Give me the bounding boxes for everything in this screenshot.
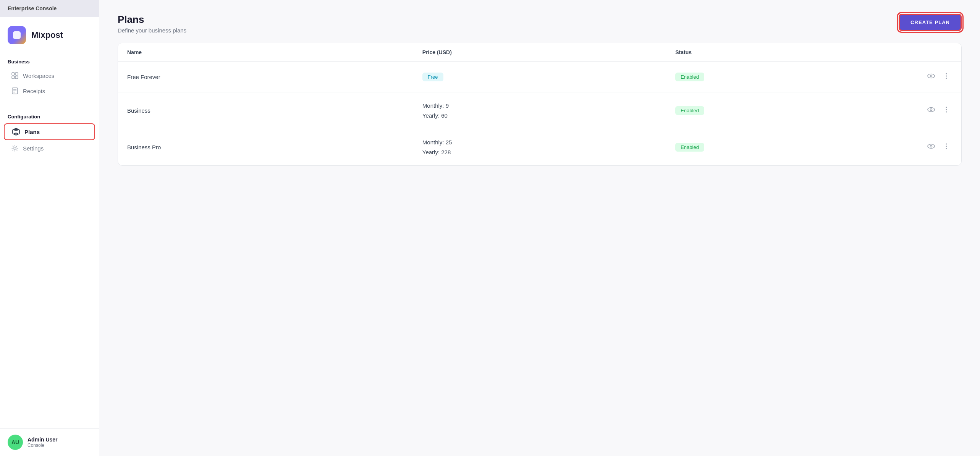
svg-rect-1: [12, 73, 15, 75]
status-badge: Enabled: [675, 143, 704, 152]
view-icon[interactable]: [925, 70, 937, 84]
table-row: Free Forever Free Enabled: [118, 62, 961, 92]
plan-price-business-pro: Monthly: 25Yearly: 228: [413, 129, 666, 166]
sidebar-item-workspaces-label: Workspaces: [23, 73, 54, 79]
sidebar-item-settings[interactable]: Settings: [4, 141, 95, 155]
sidebar-footer: AU Admin User Console: [0, 428, 99, 456]
receipts-icon: [11, 87, 18, 94]
svg-point-27: [946, 148, 947, 149]
plan-price-free-forever: Free: [413, 62, 666, 92]
table-header-row: Name Price (USD) Status: [118, 43, 961, 62]
sidebar-item-receipts[interactable]: Receipts: [4, 84, 95, 98]
plans-icon: [12, 128, 20, 136]
page-header: Plans Define your business plans CREATE …: [99, 0, 980, 43]
user-avatar: AU: [8, 435, 23, 450]
plan-price-business: Monthly: 9Yearly: 60: [413, 92, 666, 129]
user-role: Console: [27, 443, 58, 448]
section-label-configuration: Configuration: [0, 107, 99, 123]
view-icon[interactable]: [925, 141, 937, 154]
svg-point-15: [946, 73, 947, 74]
plan-name-business-pro: Business Pro: [118, 129, 413, 166]
plan-status-free-forever: Enabled: [666, 62, 835, 92]
price-text-business-pro: Monthly: 25Yearly: 228: [422, 137, 657, 157]
sidebar-section-configuration: Configuration Plans Settings: [0, 107, 99, 156]
sidebar-item-workspaces[interactable]: Workspaces: [4, 68, 95, 83]
svg-point-23: [928, 144, 935, 149]
col-header-status: Status: [666, 43, 835, 62]
plan-name-free-forever: Free Forever: [118, 62, 413, 92]
more-options-icon[interactable]: [941, 141, 952, 154]
plans-table: Name Price (USD) Status Free Forever Fre…: [118, 43, 961, 165]
settings-icon: [11, 145, 18, 152]
svg-rect-3: [12, 76, 15, 79]
view-icon[interactable]: [925, 104, 937, 117]
svg-point-16: [946, 76, 947, 77]
action-buttons: [844, 141, 952, 154]
plan-actions-business: [835, 92, 961, 129]
svg-point-26: [946, 146, 947, 147]
col-header-actions: [835, 43, 961, 62]
svg-rect-4: [15, 76, 18, 79]
plan-name-business: Business: [118, 92, 413, 129]
price-badge-free: Free: [422, 73, 443, 81]
sidebar-item-plans[interactable]: Plans: [4, 123, 95, 140]
page-subtitle: Define your business plans: [118, 27, 186, 34]
more-options-icon[interactable]: [941, 70, 952, 84]
price-text-business: Monthly: 9Yearly: 60: [422, 101, 657, 120]
sidebar-divider: [8, 103, 91, 103]
svg-point-18: [928, 108, 935, 112]
page-title: Plans: [118, 14, 186, 26]
user-name: Admin User: [27, 437, 58, 443]
plan-status-business-pro: Enabled: [666, 129, 835, 166]
sidebar-item-receipts-label: Receipts: [23, 88, 45, 94]
col-header-price: Price (USD): [413, 43, 666, 62]
svg-point-19: [930, 109, 932, 111]
logo-area: Mixpost: [0, 17, 99, 52]
action-buttons: [844, 70, 952, 84]
table-row: Business Pro Monthly: 25Yearly: 228 Enab…: [118, 129, 961, 166]
user-info: Admin User Console: [27, 437, 58, 448]
create-plan-button[interactable]: CREATE PLAN: [899, 14, 962, 31]
logo-text: Mixpost: [31, 30, 63, 40]
sidebar-item-plans-label: Plans: [24, 129, 40, 135]
sidebar-item-settings-label: Settings: [23, 145, 44, 152]
page-title-area: Plans Define your business plans: [118, 14, 186, 34]
svg-rect-0: [13, 31, 21, 39]
plans-table-container: Name Price (USD) Status Free Forever Fre…: [118, 43, 962, 166]
svg-point-24: [930, 146, 932, 147]
status-badge: Enabled: [675, 106, 704, 115]
svg-point-25: [946, 144, 947, 145]
table-row: Business Monthly: 9Yearly: 60 Enabled: [118, 92, 961, 129]
sidebar: Enterprise Console Mixpost Business Work…: [0, 0, 99, 456]
svg-point-21: [946, 109, 947, 110]
sidebar-section-business: Business Workspaces R: [0, 52, 99, 99]
svg-point-12: [14, 147, 16, 149]
svg-point-20: [946, 107, 947, 108]
svg-point-22: [946, 112, 947, 113]
svg-rect-2: [15, 73, 18, 75]
plan-actions-free-forever: [835, 62, 961, 92]
svg-point-14: [930, 75, 932, 77]
sidebar-header: Enterprise Console: [0, 0, 99, 17]
workspaces-icon: [11, 72, 18, 79]
plan-actions-business-pro: [835, 129, 961, 166]
main-content: Plans Define your business plans CREATE …: [99, 0, 980, 456]
svg-point-13: [928, 74, 935, 78]
app-title: Enterprise Console: [8, 5, 57, 11]
section-label-business: Business: [0, 52, 99, 68]
table-header: Name Price (USD) Status: [118, 43, 961, 62]
action-buttons: [844, 104, 952, 117]
svg-point-17: [946, 78, 947, 79]
table-body: Free Forever Free Enabled: [118, 62, 961, 166]
logo-icon: [8, 26, 26, 44]
col-header-name: Name: [118, 43, 413, 62]
more-options-icon[interactable]: [941, 104, 952, 117]
status-badge: Enabled: [675, 73, 704, 81]
plan-status-business: Enabled: [666, 92, 835, 129]
